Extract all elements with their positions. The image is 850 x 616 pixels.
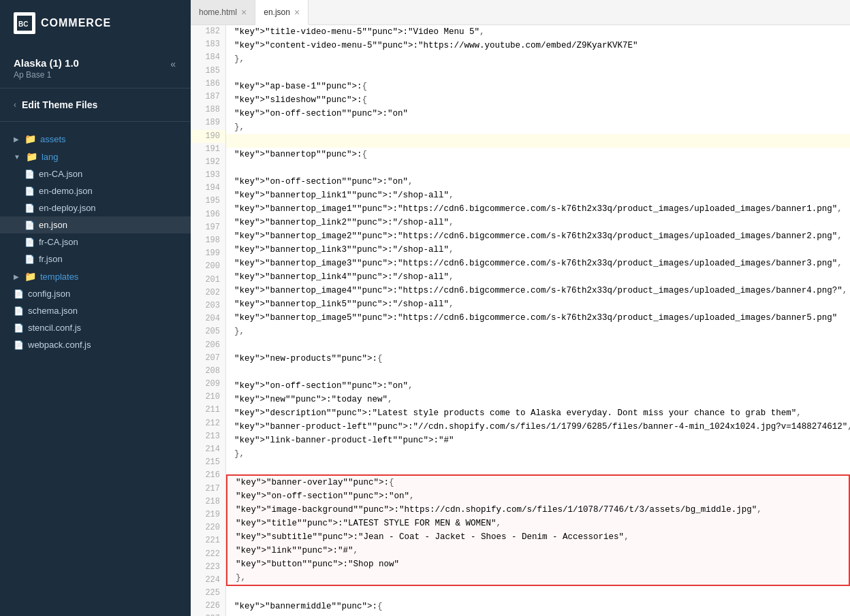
tree-item-label: en-deploy.json	[39, 203, 96, 213]
sidebar-header: BC COMMERCE	[0, 0, 191, 46]
line-number: 182	[191, 25, 225, 38]
line-number: 190	[191, 130, 225, 143]
svg-text:BC: BC	[18, 20, 28, 28]
line-number: 187	[191, 91, 225, 103]
tree-item-assets[interactable]: ▶📁assets	[0, 130, 191, 148]
tab-en-json[interactable]: en.json×	[255, 0, 309, 25]
file-icon: 📄	[25, 187, 35, 196]
highlighted-block: "key">"banner-overlay""punc">:{ "key">"o…	[226, 474, 850, 586]
line-number: 217	[191, 483, 225, 496]
back-arrow-icon: ‹	[14, 100, 16, 110]
tab-home-html[interactable]: home.html×	[191, 0, 255, 25]
line-number: 196	[191, 208, 225, 221]
line-number: 185	[191, 65, 225, 78]
tab-close-button[interactable]: ×	[294, 7, 300, 17]
line-number: 209	[191, 378, 225, 391]
code-line: "key">"subtitle""punc">:"Jean - Coat - J…	[227, 530, 849, 544]
expand-arrow-icon: ▼	[14, 153, 20, 161]
code-line	[226, 613, 850, 616]
line-number: 213	[191, 430, 225, 443]
line-number: 215	[191, 456, 225, 469]
tree-item-label: fr.json	[39, 254, 63, 264]
code-line: },	[226, 120, 850, 134]
tab-label: en.json	[264, 7, 290, 17]
code-line: "key">"title""punc">:"LATEST STYLE FOR M…	[227, 517, 849, 530]
tree-item-en-deploy.json[interactable]: 📄en-deploy.json	[0, 199, 191, 216]
code-line: },	[226, 447, 850, 461]
tree-item-templates[interactable]: ▶📁templates	[0, 268, 191, 285]
line-number: 186	[191, 78, 225, 91]
expand-arrow-icon: ▶	[14, 273, 19, 280]
tree-item-schema.json[interactable]: 📄schema.json	[0, 302, 191, 319]
tree-item-config.json[interactable]: 📄config.json	[0, 285, 191, 302]
store-name: Alaska (1) 1.0	[14, 57, 79, 69]
line-number: 184	[191, 51, 225, 64]
edit-theme-section[interactable]: ‹ Edit Theme Files	[0, 88, 191, 122]
code-line	[226, 586, 850, 600]
tree-item-stencil.conf.js[interactable]: 📄stencil.conf.js	[0, 319, 191, 336]
file-icon: 📄	[14, 306, 24, 316]
file-icon: 📄	[14, 289, 24, 299]
line-number: 200	[191, 260, 225, 273]
tree-item-fr-CA.json[interactable]: 📄fr-CA.json	[0, 233, 191, 250]
tree-item-label: assets	[40, 134, 66, 144]
folder-icon: 📁	[25, 133, 36, 144]
line-number: 226	[191, 600, 225, 613]
editor-area[interactable]: 1821831841851861871881891901911921931941…	[191, 25, 850, 616]
code-line	[226, 161, 850, 175]
collapse-button[interactable]: «	[169, 57, 177, 71]
code-line: },	[226, 325, 850, 338]
tab-label: home.html	[199, 7, 237, 17]
line-number: 191	[191, 143, 225, 156]
code-line: "key">"banner-overlay""punc">:{	[227, 476, 849, 489]
code-line	[226, 338, 850, 352]
tree-item-webpack.conf.js[interactable]: 📄webpack.conf.js	[0, 336, 191, 353]
line-number: 201	[191, 274, 225, 287]
code-line: "key">"title-video-menu-5""punc">:"Video…	[226, 25, 850, 39]
store-sub: Ap Base 1	[14, 70, 79, 80]
code-line: "key">"bannertop""punc">:{	[226, 148, 850, 161]
line-number: 222	[191, 548, 225, 561]
line-number: 227	[191, 613, 225, 616]
code-line: "key">"link""punc">:"#",	[227, 544, 849, 557]
code-line: "key">"new-products""punc">:{	[226, 352, 850, 366]
tab-close-button[interactable]: ×	[241, 7, 247, 17]
line-number: 225	[191, 587, 225, 600]
code-line: },	[227, 571, 849, 585]
tree-item-lang[interactable]: ▼📁lang	[0, 148, 191, 165]
code-line: "key">"image-background""punc">:"https:/…	[227, 503, 849, 517]
line-number: 192	[191, 156, 225, 169]
tree-item-en-demo.json[interactable]: 📄en-demo.json	[0, 182, 191, 199]
logo-icon: BC	[14, 12, 35, 34]
code-content[interactable]: "key">"title-video-menu-5""punc">:"Video…	[226, 25, 850, 616]
store-info: Alaska (1) 1.0 Ap Base 1 «	[0, 46, 191, 88]
line-number: 216	[191, 469, 225, 482]
code-line: "key">"bannertop_link4""punc">:"/shop-al…	[226, 270, 850, 284]
line-number: 206	[191, 339, 225, 352]
code-line: "key">"bannertop_image3""punc">:"https:/…	[226, 257, 850, 270]
line-number: 221	[191, 534, 225, 547]
line-number: 199	[191, 247, 225, 260]
code-line: "key">"bannertop_link3""punc">:"/shop-al…	[226, 243, 850, 257]
logo-text: COMMERCE	[41, 17, 111, 29]
tree-item-en-CA.json[interactable]: 📄en-CA.json	[0, 165, 191, 182]
tree-item-fr.json[interactable]: 📄fr.json	[0, 250, 191, 268]
line-number: 202	[191, 287, 225, 299]
sidebar: BC COMMERCE Alaska (1) 1.0 Ap Base 1 « ‹…	[0, 0, 191, 616]
code-line: "key">"bannertop_link5""punc">:"/shop-al…	[226, 297, 850, 311]
file-icon: 📄	[25, 238, 35, 247]
main-editor: home.html×en.json× 182183184185186187188…	[191, 0, 850, 616]
code-line: "key">"bannertop_link2""punc">:"/shop-al…	[226, 216, 850, 229]
line-number: 183	[191, 38, 225, 51]
code-line: "key">"content-video-menu-5""punc">:"htt…	[226, 39, 850, 52]
line-number: 223	[191, 561, 225, 574]
line-number: 212	[191, 417, 225, 430]
file-tree: ▶📁assets▼📁lang📄en-CA.json📄en-demo.json📄e…	[0, 122, 191, 616]
code-line: },	[226, 52, 850, 66]
tree-item-en.json[interactable]: 📄en.json	[0, 216, 191, 233]
tree-item-label: en.json	[39, 220, 67, 230]
line-number: 197	[191, 221, 225, 234]
tree-item-label: stencil.conf.js	[28, 323, 81, 333]
line-number: 193	[191, 169, 225, 182]
line-number: 220	[191, 521, 225, 534]
